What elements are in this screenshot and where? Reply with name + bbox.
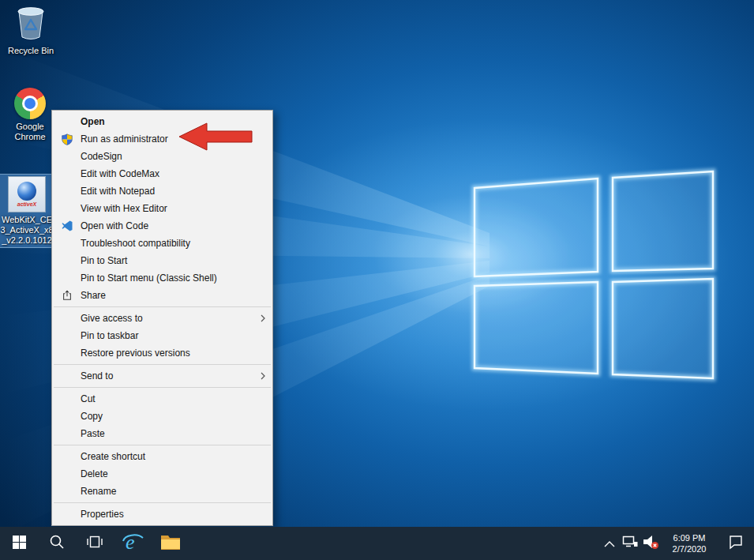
menu-item-label: CodeSign — [81, 151, 122, 162]
menu-item-label: Open — [81, 116, 105, 127]
menu-item-label: Restore previous versions — [81, 348, 190, 359]
activex-icon-text: activeX — [17, 201, 37, 208]
icon-label: Recycle Bin — [8, 46, 54, 56]
menu-separator — [54, 445, 271, 445]
submenu-chevron-icon — [261, 367, 265, 385]
menu-item-troubleshoot-compatibility[interactable]: Troubleshoot compatibility — [52, 235, 272, 252]
menu-item-paste[interactable]: Paste — [52, 425, 272, 442]
clock-date: 2/7/2020 — [673, 543, 707, 554]
taskbar: e — [0, 527, 754, 560]
menu-item-label: Pin to taskbar — [81, 330, 138, 341]
show-hidden-icons-button[interactable] — [599, 527, 620, 560]
menu-item-label: Share — [81, 290, 106, 301]
menu-item-properties[interactable]: Properties — [52, 506, 272, 523]
desktop-icon-google-chrome[interactable]: Google Chrome — [2, 86, 58, 144]
svg-text:e: e — [126, 531, 135, 553]
menu-item-view-with-hex-editor[interactable]: View with Hex Editor — [52, 200, 272, 217]
menu-item-copy[interactable]: Copy — [52, 408, 272, 425]
menu-item-pin-to-start[interactable]: Pin to Start — [52, 252, 272, 269]
menu-item-delete[interactable]: Delete — [52, 465, 272, 483]
menu-item-label: Properties — [81, 509, 124, 520]
search-icon — [49, 534, 65, 553]
task-view-icon — [86, 535, 103, 552]
task-view-button[interactable] — [76, 527, 114, 560]
annotation-arrow — [174, 120, 255, 153]
file-explorer-icon — [160, 533, 181, 554]
menu-item-label: Rename — [81, 486, 116, 497]
clock-time: 6:09 PM — [673, 532, 706, 543]
menu-item-rename[interactable]: Rename — [52, 483, 272, 500]
menu-item-give-access-to[interactable]: Give access to — [52, 310, 272, 327]
menu-item-label: Run as administrator — [81, 133, 168, 145]
internet-explorer-icon: e — [122, 531, 144, 556]
menu-item-label: View with Hex Editor — [81, 203, 167, 214]
desktop-icon-webkitx-activex[interactable]: activeX WebKitX_CE 3_ActiveX_x8 _v2.2.0.… — [0, 175, 54, 247]
volume-tray-button[interactable] — [640, 527, 661, 560]
menu-separator — [54, 387, 271, 388]
taskbar-clock[interactable]: 6:09 PM 2/7/2020 — [661, 527, 718, 560]
menu-item-pin-to-taskbar[interactable]: Pin to taskbar — [52, 327, 272, 344]
uac-shield-icon — [59, 130, 75, 148]
menu-item-label: Open with Code — [81, 220, 148, 231]
context-menu: Open Run as administrator CodeSign — [51, 110, 273, 526]
menu-item-create-shortcut[interactable]: Create shortcut — [52, 448, 272, 465]
action-center-icon — [728, 534, 744, 553]
menu-separator — [54, 364, 271, 365]
activex-sphere-icon — [17, 182, 36, 201]
taskbar-search-button[interactable] — [38, 527, 76, 560]
vscode-icon — [59, 217, 75, 235]
network-icon — [622, 535, 638, 552]
chrome-icon — [14, 88, 46, 119]
volume-muted-icon — [642, 534, 659, 553]
desktop: Recycle Bin Google Chrome activeX WebKit… — [0, 0, 754, 560]
start-button[interactable] — [0, 527, 38, 560]
menu-item-label: Troubleshoot compatibility — [81, 238, 190, 249]
recycle-bin-icon — [16, 6, 46, 43]
windows-logo-icon — [13, 536, 26, 552]
menu-item-label: Copy — [81, 411, 103, 422]
icon-label: Google Chrome — [3, 122, 57, 142]
file-explorer-button[interactable] — [152, 527, 189, 560]
menu-item-label: Give access to — [81, 313, 143, 324]
menu-separator — [54, 306, 271, 307]
menu-item-label: Cut — [81, 393, 96, 404]
menu-item-pin-to-start-menu-classic-shell[interactable]: Pin to Start menu (Classic Shell) — [52, 269, 272, 287]
menu-item-label: Send to — [81, 370, 113, 381]
menu-item-edit-with-codemax[interactable]: Edit with CodeMax — [52, 165, 272, 182]
menu-item-edit-with-notepad[interactable]: Edit with Notepad — [52, 182, 272, 200]
network-tray-button[interactable] — [620, 527, 640, 560]
icon-label: WebKitX_CE 3_ActiveX_x8 _v2.2.0.1012 — [0, 215, 53, 246]
menu-item-open-with-code[interactable]: Open with Code — [52, 217, 272, 235]
taskbar-tray: 6:09 PM 2/7/2020 — [599, 527, 754, 560]
activex-icon: activeX — [8, 176, 46, 212]
submenu-chevron-icon — [261, 310, 265, 327]
chevron-up-icon — [604, 536, 615, 551]
menu-item-label: Pin to Start menu (Classic Shell) — [81, 272, 217, 284]
menu-item-cut[interactable]: Cut — [52, 390, 272, 408]
menu-item-send-to[interactable]: Send to — [52, 367, 272, 385]
menu-item-label: Paste — [81, 428, 105, 439]
menu-item-label: Pin to Start — [81, 255, 127, 266]
menu-item-label: Edit with Notepad — [81, 186, 155, 197]
action-center-button[interactable] — [718, 527, 754, 560]
menu-item-label: Create shortcut — [81, 451, 145, 462]
menu-separator — [54, 502, 271, 503]
desktop-icon-recycle-bin[interactable]: Recycle Bin — [2, 4, 60, 58]
share-icon — [59, 287, 75, 304]
menu-item-share[interactable]: Share — [52, 287, 272, 304]
menu-item-restore-previous-versions[interactable]: Restore previous versions — [52, 344, 272, 362]
internet-explorer-button[interactable]: e — [114, 527, 152, 560]
menu-item-label: Delete — [81, 468, 108, 479]
menu-item-label: Edit with CodeMax — [81, 168, 159, 179]
